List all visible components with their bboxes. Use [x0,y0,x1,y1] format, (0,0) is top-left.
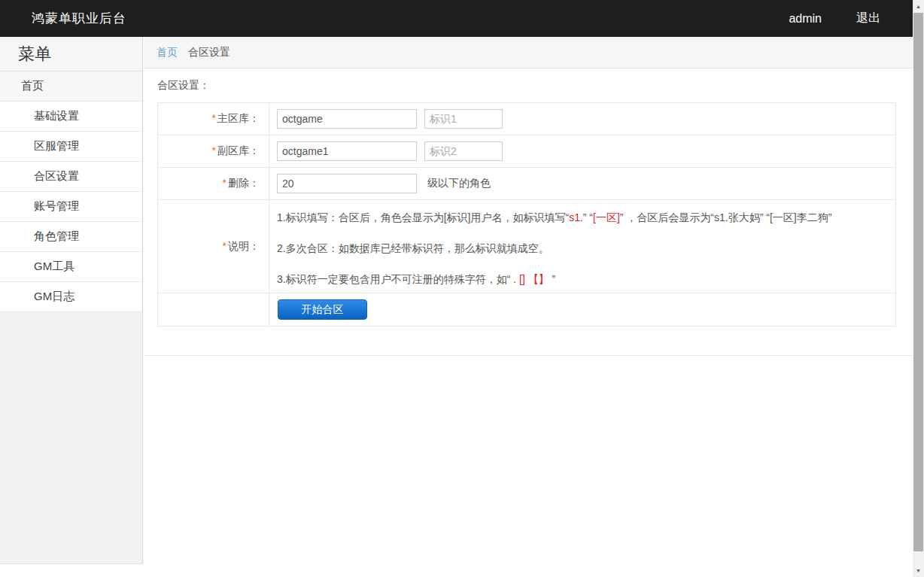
sub-db-row: *副区库： [158,135,896,168]
delete-level-suffix: 级以下的角色 [427,177,491,189]
note-line-2: 2.多次合区：如数据库已经带标识符，那么标识就填成空。 [277,241,888,256]
scroll-down-icon[interactable]: ▼ [913,564,924,577]
breadcrumb-home-link[interactable]: 首页 [157,46,178,59]
scrollbar-thumb[interactable] [913,13,923,551]
delete-level-input[interactable] [277,174,417,193]
required-marker: * [223,240,226,252]
required-marker: * [212,112,216,124]
app-title: 鸿蒙单职业后台 [32,10,126,27]
merge-settings-form: *主区库： *副区库： *删除： [157,102,896,326]
sidebar-item-server-management[interactable]: 区服管理 [0,132,142,162]
vertical-scrollbar[interactable]: ▲ ▼ [913,0,924,577]
sidebar-item-gm-logs[interactable]: GM日志 [0,282,142,312]
main-db-label: 主区库： [217,112,260,124]
breadcrumb: 首页 合区设置 [144,37,913,68]
topbar: 鸿蒙单职业后台 admin 退出 [0,0,924,37]
main-db-label-cell: *主区库： [158,103,269,135]
sidebar-item-basic-settings[interactable]: 基础设置 [0,102,142,132]
content-divider [144,355,913,356]
start-merge-button[interactable]: 开始合区 [278,299,367,320]
topbar-right: admin 退出 [789,11,924,26]
sub-db-label-cell: *副区库： [158,135,269,168]
delete-level-field-cell: 级以下的角色 [269,168,896,200]
sidebar-item-home[interactable]: 首页 [0,71,142,102]
scroll-up-icon[interactable]: ▲ [913,0,924,13]
main-content: 首页 合区设置 合区设置： *主区库： *副区库： [144,37,913,577]
delete-level-row: *删除： 级以下的角色 [158,168,896,200]
sub-db-label: 副区库： [217,144,260,156]
main-db-tag-input[interactable] [424,109,503,129]
note-line-1: 1.标识填写：合区后，角色会显示为[标识]用户名，如标识填写“s1.” “[一区… [277,210,888,225]
delete-level-label: 删除： [228,177,260,189]
sidebar: 菜单 首页 基础设置 区服管理 合区设置 账号管理 角色管理 GM工具 GM日志 [0,37,143,564]
breadcrumb-current: 合区设置 [188,46,230,59]
main-db-field-cell [269,103,896,135]
submit-field-cell: 开始合区 [269,293,896,326]
sidebar-item-merge-settings[interactable]: 合区设置 [0,162,142,192]
delete-level-label-cell: *删除： [158,168,269,200]
notes-cell: 1.标识填写：合区后，角色会显示为[标识]用户名，如标识填写“s1.” “[一区… [269,200,896,293]
sidebar-item-gm-tools[interactable]: GM工具 [0,252,142,282]
required-marker: * [212,144,216,156]
main-db-input[interactable] [277,109,417,129]
submit-row: 开始合区 [158,293,896,326]
sub-db-input[interactable] [277,141,417,161]
sidebar-title: 菜单 [0,37,142,71]
merge-settings-panel: 合区设置： *主区库： *副区库： [144,68,913,326]
notes-row: *说明： 1.标识填写：合区后，角色会显示为[标识]用户名，如标识填写“s1.”… [158,200,896,293]
current-user-link[interactable]: admin [789,12,822,26]
note-line-3: 3.标识符一定要包含用户不可注册的特殊字符，如“ . [] 【】 ” [277,272,888,287]
sub-db-field-cell [269,135,896,168]
notes-label: 说明： [228,240,260,252]
notes-label-cell: *说明： [158,200,269,293]
sub-db-tag-input[interactable] [424,141,503,161]
main-db-row: *主区库： [158,103,896,135]
form-title: 合区设置： [157,79,899,93]
submit-label-cell [158,293,269,326]
required-marker: * [223,177,226,189]
sidebar-item-account-management[interactable]: 账号管理 [0,192,142,222]
sidebar-item-role-management[interactable]: 角色管理 [0,222,142,252]
logout-button[interactable]: 退出 [856,11,880,26]
